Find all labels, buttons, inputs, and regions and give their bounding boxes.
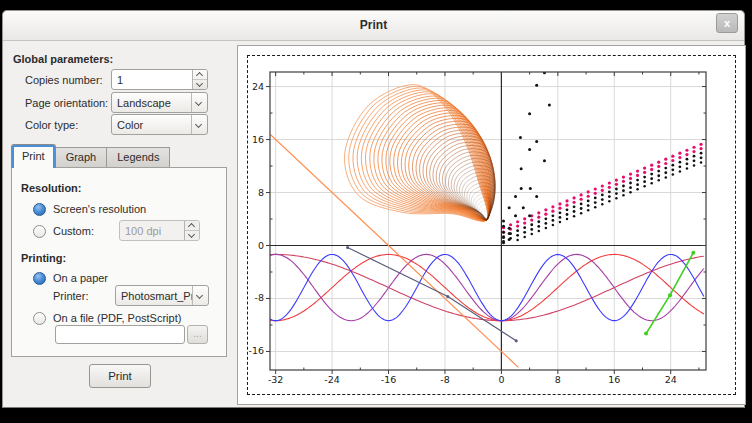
svg-text:-8: -8 <box>255 292 264 303</box>
tab-print[interactable]: Print <box>11 144 56 168</box>
copies-spinner[interactable]: 1 <box>111 69 208 90</box>
global-parameters-heading: Global parameters: <box>13 53 113 65</box>
chevron-down-icon <box>188 231 195 238</box>
printing-heading: Printing: <box>21 252 66 264</box>
titlebar[interactable]: Print x <box>3 11 744 41</box>
orientation-value: Landscape <box>112 97 191 109</box>
spin-down-button[interactable] <box>193 79 207 89</box>
slate-segment <box>346 246 518 343</box>
on-paper-radio[interactable] <box>33 272 46 285</box>
combo-arrow[interactable] <box>191 93 207 112</box>
on-paper-label: On a paper <box>53 272 108 284</box>
on-file-radio[interactable] <box>33 312 46 325</box>
custom-label: Custom: <box>53 225 94 237</box>
orientation-label: Page orientation: <box>25 97 108 109</box>
svg-text:-24: -24 <box>324 374 340 385</box>
svg-text:-16: -16 <box>248 345 264 356</box>
svg-text:8: 8 <box>258 187 264 198</box>
chevron-up-icon <box>188 223 195 230</box>
sine-curves <box>270 254 704 320</box>
screen-resolution-radio[interactable] <box>33 203 46 216</box>
print-button[interactable]: Print <box>89 364 151 388</box>
plot-content <box>270 68 704 368</box>
close-button[interactable]: x <box>716 13 738 33</box>
color-type-value: Color <box>112 119 191 131</box>
zero-axes <box>270 72 706 370</box>
resolution-heading: Resolution: <box>21 182 82 194</box>
printer-label: Printer: <box>53 290 88 302</box>
sine-blue <box>270 254 704 320</box>
chevron-down-icon <box>196 292 203 299</box>
copies-spin-buttons[interactable] <box>192 70 207 89</box>
green-segment <box>644 251 695 336</box>
chevron-down-icon <box>196 80 203 87</box>
svg-text:8: 8 <box>555 374 561 385</box>
svg-text:0: 0 <box>258 240 264 251</box>
custom-dpi-spinner[interactable]: 100 dpi <box>119 220 200 241</box>
color-type-label: Color type: <box>25 119 78 131</box>
combo-arrow[interactable] <box>191 115 207 134</box>
window-title: Print <box>3 11 744 40</box>
tab-bar: Print Graph Legends <box>11 144 169 168</box>
svg-text:16: 16 <box>252 134 264 145</box>
svg-text:-16: -16 <box>381 374 397 385</box>
file-path-field[interactable] <box>55 325 185 344</box>
svg-text:-8: -8 <box>440 374 449 385</box>
orientation-combo[interactable]: Landscape <box>111 92 208 113</box>
spin-down-button[interactable] <box>185 230 199 240</box>
chevron-down-icon <box>195 121 202 128</box>
tab-legends[interactable]: Legends <box>106 147 170 168</box>
orange-fan-curves <box>344 85 514 222</box>
spin-up-button[interactable] <box>185 221 199 230</box>
svg-text:24: 24 <box>665 374 677 385</box>
tick-labels: -32-24-16-8081624-16-8081624 <box>248 81 676 385</box>
plot-svg: -32-24-16-8081624-16-8081624 <box>248 56 735 394</box>
printer-value: Photosmart_Prem_C <box>116 290 192 302</box>
browse-button[interactable]: ... <box>187 325 208 344</box>
tab-graph[interactable]: Graph <box>55 147 108 168</box>
chevron-up-icon <box>196 72 203 79</box>
plot-grid <box>270 72 706 370</box>
scatter-column <box>502 68 551 245</box>
chevron-down-icon <box>195 99 202 106</box>
color-type-combo[interactable]: Color <box>111 114 208 135</box>
combo-arrow[interactable] <box>192 286 208 305</box>
svg-text:-32: -32 <box>268 374 284 385</box>
plot-preview: -32-24-16-8081624-16-8081624 <box>248 56 735 394</box>
preview-panel: -32-24-16-8081624-16-8081624 <box>237 45 746 405</box>
screenshot-root: Print x Global parameters: Copies number… <box>0 0 752 423</box>
spin-up-button[interactable] <box>193 70 207 79</box>
axes-box <box>270 72 706 370</box>
custom-dpi-value: 100 dpi <box>120 225 184 237</box>
on-file-label: On a file (PDF, PostScript) <box>53 312 181 324</box>
print-dialog: Print x Global parameters: Copies number… <box>2 10 745 408</box>
copies-value: 1 <box>112 74 192 86</box>
custom-resolution-radio[interactable] <box>33 225 46 238</box>
page-outline: -32-24-16-8081624-16-8081624 <box>247 55 736 395</box>
svg-text:0: 0 <box>498 374 504 385</box>
screen-resolution-label: Screen's resolution <box>53 203 146 215</box>
copies-label: Copies number: <box>25 74 103 86</box>
svg-text:16: 16 <box>608 374 620 385</box>
printer-combo[interactable]: Photosmart_Prem_C <box>115 285 209 306</box>
svg-text:24: 24 <box>252 81 264 92</box>
dpi-spin-buttons[interactable] <box>184 221 199 240</box>
